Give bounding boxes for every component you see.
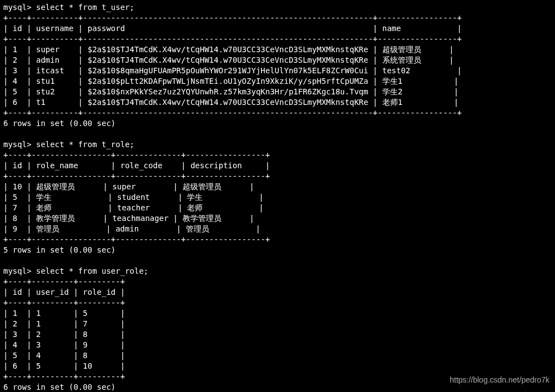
watermark-url: https://blog.csdn.net/pedro7k [450,375,549,385]
mysql-terminal[interactable]: mysql> select * from t_user; +----+-----… [0,0,555,392]
